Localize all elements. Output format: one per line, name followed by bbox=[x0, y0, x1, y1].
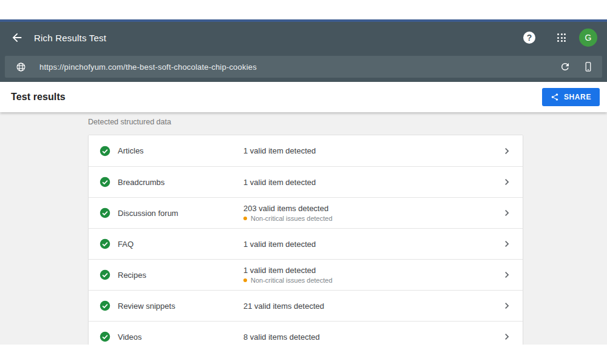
mobile-device-button[interactable] bbox=[583, 61, 594, 72]
back-arrow-icon bbox=[10, 31, 24, 44]
rich-results-test-app: Rich Results Test ? G https://pinchofyum… bbox=[0, 0, 607, 364]
result-row-discussion-forum[interactable]: Discussion forum 203 valid items detecte… bbox=[89, 197, 523, 228]
chevron-right-icon[interactable] bbox=[501, 145, 513, 157]
app-header: Rich Results Test ? G bbox=[0, 22, 607, 53]
success-check-icon bbox=[100, 207, 110, 218]
avatar[interactable]: G bbox=[579, 29, 597, 47]
row-label: Breadcrumbs bbox=[118, 178, 243, 187]
bottom-margin bbox=[0, 345, 607, 364]
share-button[interactable]: SHARE bbox=[542, 88, 600, 106]
result-row-recipes[interactable]: Recipes 1 valid item detected Non-critic… bbox=[89, 259, 523, 290]
result-row-videos[interactable]: Videos 8 valid items detected bbox=[89, 321, 523, 345]
row-status: 1 valid item detected bbox=[243, 146, 501, 155]
content-area: Detected structured data Articles 1 vali… bbox=[0, 112, 607, 345]
row-status: 203 valid items detected bbox=[243, 204, 501, 213]
result-row-review-snippets[interactable]: Review snippets 21 valid items detected bbox=[89, 290, 523, 321]
warning-text: Non-critical issues detected bbox=[251, 277, 333, 284]
url-input[interactable]: https://pinchofyum.com/the-best-soft-cho… bbox=[39, 62, 548, 72]
success-check-icon bbox=[100, 269, 110, 280]
success-check-icon bbox=[100, 300, 110, 311]
results-title: Test results bbox=[11, 92, 66, 103]
chevron-right-icon[interactable] bbox=[501, 269, 513, 281]
smartphone-icon bbox=[583, 61, 594, 72]
warning-text: Non-critical issues detected bbox=[251, 215, 333, 222]
detected-data-card: Articles 1 valid item detected Breadcrum… bbox=[88, 135, 523, 345]
success-check-icon bbox=[100, 238, 110, 249]
refresh-button[interactable] bbox=[560, 61, 571, 72]
row-status: 1 valid item detected bbox=[243, 178, 501, 187]
section-label: Detected structured data bbox=[88, 118, 171, 126]
result-row-faq[interactable]: FAQ 1 valid item detected bbox=[89, 228, 523, 259]
warning-dot-icon bbox=[243, 217, 247, 220]
row-label: Discussion forum bbox=[118, 209, 243, 218]
success-check-icon bbox=[100, 177, 110, 187]
share-icon bbox=[551, 93, 559, 101]
row-label: Articles bbox=[118, 146, 243, 155]
url-bar[interactable]: https://pinchofyum.com/the-best-soft-cho… bbox=[5, 56, 602, 78]
chevron-right-icon[interactable] bbox=[501, 331, 513, 343]
row-label: Videos bbox=[118, 332, 243, 342]
row-status: 1 valid item detected bbox=[243, 266, 501, 275]
results-toolbar: Test results SHARE bbox=[0, 82, 607, 112]
chevron-right-icon[interactable] bbox=[501, 207, 513, 219]
share-button-label: SHARE bbox=[564, 93, 591, 101]
refresh-icon bbox=[560, 61, 571, 72]
globe-icon bbox=[16, 62, 26, 72]
back-button[interactable] bbox=[10, 30, 24, 45]
chevron-right-icon[interactable] bbox=[501, 238, 513, 250]
row-status: 8 valid items detected bbox=[243, 332, 501, 342]
row-label: Recipes bbox=[118, 271, 243, 280]
row-label: FAQ bbox=[118, 240, 243, 249]
row-warning: Non-critical issues detected bbox=[243, 215, 501, 222]
row-warning: Non-critical issues detected bbox=[243, 277, 501, 284]
url-band: https://pinchofyum.com/the-best-soft-cho… bbox=[0, 53, 607, 82]
success-check-icon bbox=[100, 331, 110, 342]
row-label: Review snippets bbox=[118, 302, 243, 311]
row-status: 1 valid item detected bbox=[243, 240, 501, 249]
row-status: 21 valid items detected bbox=[243, 302, 501, 311]
chevron-right-icon[interactable] bbox=[501, 176, 513, 188]
chevron-right-icon[interactable] bbox=[501, 300, 513, 312]
result-row-articles[interactable]: Articles 1 valid item detected bbox=[89, 135, 523, 166]
page-title: Rich Results Test bbox=[34, 33, 106, 43]
warning-dot-icon bbox=[243, 278, 247, 282]
result-row-breadcrumbs[interactable]: Breadcrumbs 1 valid item detected bbox=[89, 166, 523, 197]
help-icon[interactable]: ? bbox=[523, 32, 535, 44]
success-check-icon bbox=[100, 146, 110, 157]
apps-grid-icon[interactable] bbox=[557, 33, 566, 42]
